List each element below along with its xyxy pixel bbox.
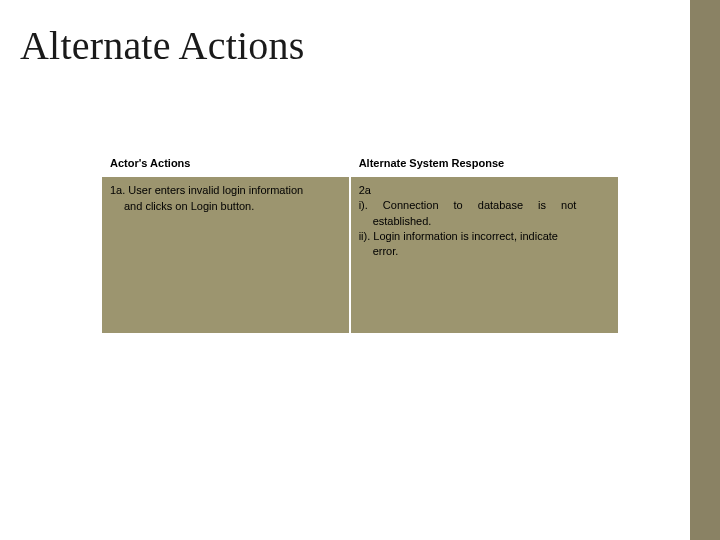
table-header-row: Actor's Actions Alternate System Respons… — [101, 150, 619, 176]
slide-body: Alternate Actions Actor's Actions Altern… — [0, 0, 690, 540]
response-line-3: established. — [359, 214, 610, 229]
table: Actor's Actions Alternate System Respons… — [100, 149, 620, 335]
table-row: 1a. User enters invalid login informatio… — [101, 176, 619, 334]
col-header-actor-actions: Actor's Actions — [101, 150, 350, 176]
response-line-2: i). Connection to database is not — [359, 198, 610, 213]
actor-line-1: 1a. User enters invalid login informatio… — [110, 183, 341, 198]
col-header-system-response: Alternate System Response — [350, 150, 619, 176]
response-line-1: 2a — [359, 183, 610, 198]
response-line-4: ii). Login information is incorrect, ind… — [359, 229, 610, 244]
response-line-5: error. — [359, 244, 610, 259]
slide-title: Alternate Actions — [20, 22, 670, 69]
alternate-actions-table: Actor's Actions Alternate System Respons… — [100, 149, 620, 335]
cell-system-response: 2a i). Connection to database is not est… — [350, 176, 619, 334]
accent-sidebar — [690, 0, 720, 540]
cell-actor-actions: 1a. User enters invalid login informatio… — [101, 176, 350, 334]
actor-line-2: and clicks on Login button. — [110, 199, 341, 214]
